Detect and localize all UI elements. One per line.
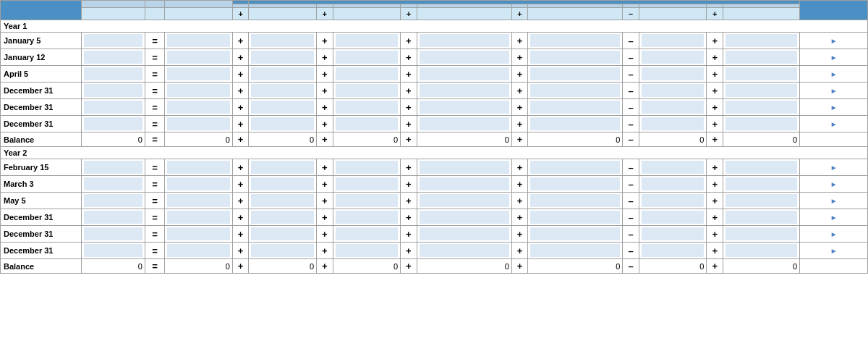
paid-in-common-input[interactable] xyxy=(530,227,620,240)
preferred-input[interactable] xyxy=(251,211,314,224)
dividends-cell[interactable] xyxy=(165,99,233,116)
dividends-cell[interactable] xyxy=(165,116,233,132)
preferred-input[interactable] xyxy=(251,194,314,207)
paid-in-preferred-input[interactable] xyxy=(420,117,509,130)
cash-input[interactable] xyxy=(84,101,142,114)
common-cell[interactable] xyxy=(333,66,401,83)
treasury-input[interactable] xyxy=(642,194,705,207)
paid-in-common-cell[interactable] xyxy=(528,159,623,176)
preferred-input[interactable] xyxy=(251,51,314,64)
account-retained-cell[interactable]: ► xyxy=(800,176,868,193)
cash-cell[interactable] xyxy=(82,226,145,243)
account-retained-cell[interactable]: ► xyxy=(800,159,868,176)
treasury-input[interactable] xyxy=(642,244,705,257)
treasury-cell[interactable] xyxy=(639,99,707,116)
paid-in-preferred-input[interactable] xyxy=(420,244,509,257)
paid-in-common-cell[interactable] xyxy=(528,99,623,116)
treasury-cell[interactable] xyxy=(639,49,707,66)
dividends-input[interactable] xyxy=(167,117,230,130)
cash-cell[interactable] xyxy=(82,209,145,226)
paid-in-common-input[interactable] xyxy=(530,67,620,80)
nav-arrow-icon[interactable]: ► xyxy=(830,87,838,95)
preferred-cell[interactable] xyxy=(249,209,317,226)
preferred-cell[interactable] xyxy=(249,159,317,176)
common-input[interactable] xyxy=(336,67,399,80)
treasury-input[interactable] xyxy=(642,84,705,97)
common-input[interactable] xyxy=(336,161,399,174)
retained-input[interactable] xyxy=(726,227,797,240)
retained-input[interactable] xyxy=(726,244,797,257)
cash-cell[interactable] xyxy=(82,116,145,132)
paid-in-common-cell[interactable] xyxy=(528,226,623,243)
retained-input[interactable] xyxy=(726,101,797,114)
paid-in-preferred-cell[interactable] xyxy=(417,193,511,209)
cash-input[interactable] xyxy=(84,34,142,47)
dividends-cell[interactable] xyxy=(165,176,233,193)
retained-cell[interactable] xyxy=(723,116,799,132)
paid-in-common-input[interactable] xyxy=(530,84,620,97)
paid-in-preferred-cell[interactable] xyxy=(417,99,511,116)
paid-in-common-input[interactable] xyxy=(530,117,620,130)
treasury-cell[interactable] xyxy=(639,83,707,99)
treasury-input[interactable] xyxy=(642,227,705,240)
treasury-input[interactable] xyxy=(642,117,705,130)
nav-arrow-icon[interactable]: ► xyxy=(830,37,838,45)
paid-in-common-cell[interactable] xyxy=(528,116,623,132)
paid-in-preferred-input[interactable] xyxy=(420,194,509,207)
nav-arrow-icon[interactable]: ► xyxy=(830,120,838,128)
retained-cell[interactable] xyxy=(723,33,799,49)
cash-input[interactable] xyxy=(84,161,142,174)
dividends-input[interactable] xyxy=(167,211,230,224)
cash-input[interactable] xyxy=(84,211,142,224)
dividends-cell[interactable] xyxy=(165,226,233,243)
preferred-cell[interactable] xyxy=(249,193,317,209)
retained-input[interactable] xyxy=(726,67,797,80)
cash-input[interactable] xyxy=(84,67,142,80)
paid-in-common-input[interactable] xyxy=(530,34,620,47)
retained-cell[interactable] xyxy=(723,83,799,99)
retained-input[interactable] xyxy=(726,211,797,224)
paid-in-preferred-cell[interactable] xyxy=(417,33,511,49)
nav-arrow-icon[interactable]: ► xyxy=(830,70,838,78)
preferred-input[interactable] xyxy=(251,161,314,174)
common-input[interactable] xyxy=(336,84,399,97)
nav-arrow-icon[interactable]: ► xyxy=(830,247,838,255)
paid-in-preferred-input[interactable] xyxy=(420,177,509,190)
dividends-cell[interactable] xyxy=(165,193,233,209)
account-retained-cell[interactable]: ► xyxy=(800,193,868,209)
preferred-cell[interactable] xyxy=(249,243,317,259)
paid-in-preferred-input[interactable] xyxy=(420,84,509,97)
paid-in-preferred-input[interactable] xyxy=(420,101,509,114)
cash-input[interactable] xyxy=(84,194,142,207)
treasury-cell[interactable] xyxy=(639,159,707,176)
common-cell[interactable] xyxy=(333,209,401,226)
preferred-cell[interactable] xyxy=(249,33,317,49)
common-cell[interactable] xyxy=(333,176,401,193)
dividends-input[interactable] xyxy=(167,84,230,97)
preferred-cell[interactable] xyxy=(249,176,317,193)
account-retained-cell[interactable]: ► xyxy=(800,226,868,243)
paid-in-preferred-cell[interactable] xyxy=(417,176,511,193)
nav-arrow-icon[interactable]: ► xyxy=(830,54,838,62)
retained-input[interactable] xyxy=(726,34,797,47)
preferred-cell[interactable] xyxy=(249,83,317,99)
paid-in-preferred-cell[interactable] xyxy=(417,243,511,259)
preferred-input[interactable] xyxy=(251,101,314,114)
preferred-cell[interactable] xyxy=(249,226,317,243)
dividends-cell[interactable] xyxy=(165,243,233,259)
paid-in-common-cell[interactable] xyxy=(528,176,623,193)
paid-in-common-cell[interactable] xyxy=(528,243,623,259)
preferred-input[interactable] xyxy=(251,177,314,190)
cash-cell[interactable] xyxy=(82,176,145,193)
treasury-cell[interactable] xyxy=(639,116,707,132)
paid-in-common-cell[interactable] xyxy=(528,66,623,83)
retained-input[interactable] xyxy=(726,51,797,64)
nav-arrow-icon[interactable]: ► xyxy=(830,104,838,111)
account-retained-cell[interactable]: ► xyxy=(800,66,868,83)
account-retained-cell[interactable]: ► xyxy=(800,209,868,226)
dividends-input[interactable] xyxy=(167,161,230,174)
cash-input[interactable] xyxy=(84,51,142,64)
nav-arrow-icon[interactable]: ► xyxy=(830,230,838,238)
retained-cell[interactable] xyxy=(723,243,799,259)
paid-in-preferred-input[interactable] xyxy=(420,211,509,224)
